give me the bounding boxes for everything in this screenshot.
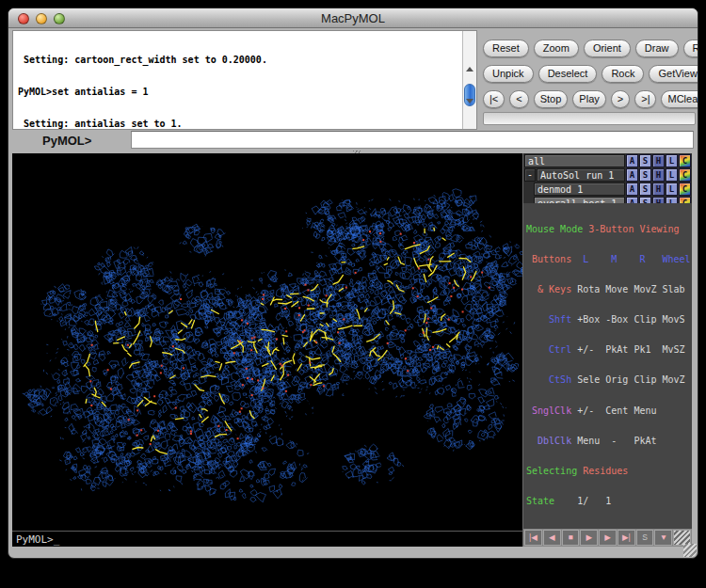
- object-row-denmod-1[interactable]: denmod_1 A S H L C: [524, 183, 691, 196]
- molecule-render[interactable]: [12, 153, 522, 530]
- console-scrollbar[interactable]: [462, 31, 476, 129]
- color-button[interactable]: C: [679, 183, 691, 196]
- hide-button[interactable]: H: [652, 168, 665, 182]
- show-button[interactable]: S: [639, 168, 651, 182]
- state-value: 1/ 1: [577, 496, 611, 506]
- action-button[interactable]: A: [626, 168, 638, 182]
- hide-button[interactable]: H: [652, 154, 665, 167]
- frame-back-button[interactable]: ◀: [543, 530, 561, 546]
- console-line: Setting: cartoon_rect_width set to 0.200…: [18, 55, 459, 65]
- fullscreen-toggle-button[interactable]: ▼: [654, 530, 672, 546]
- frame-forward-button[interactable]: ▶: [599, 530, 617, 546]
- collapse-group-icon[interactable]: -: [524, 168, 536, 182]
- movie-stop-button[interactable]: Stop: [534, 90, 569, 108]
- mouse-mode-label: Mouse Mode: [526, 224, 588, 234]
- object-row-autosol-group[interactable]: - AutoSol_run_1_ A S H L C: [524, 168, 691, 182]
- object-label[interactable]: all: [524, 154, 625, 167]
- show-button[interactable]: S: [639, 183, 651, 196]
- action-button[interactable]: A: [626, 154, 638, 167]
- movie-play-button[interactable]: Play: [572, 90, 605, 108]
- title-bar[interactable]: MacPyMOL: [8, 8, 698, 28]
- object-label[interactable]: AutoSol_run_1_: [537, 168, 625, 182]
- state-label: State: [526, 496, 577, 506]
- console-output[interactable]: Setting: cartoon_rect_width set to 0.200…: [12, 30, 477, 130]
- frame-play-button[interactable]: ▶: [580, 530, 598, 546]
- deselect-button[interactable]: Deselect: [538, 65, 598, 83]
- window-resize-grip[interactable]: [683, 544, 697, 557]
- selecting-mode-value[interactable]: Residues: [583, 466, 628, 476]
- feedback-progress-bar: [483, 112, 696, 125]
- object-panel: all A S H L C - AutoSol_run_1_ A S H L C…: [522, 153, 692, 547]
- viewport[interactable]: PyMOL>_: [12, 153, 522, 547]
- draw-button[interactable]: Draw: [635, 40, 679, 57]
- pymol-prompt-label: PyMOL>: [42, 134, 91, 148]
- reset-button[interactable]: Reset: [483, 40, 529, 57]
- mouse-mode-panel[interactable]: Mouse Mode 3-Button Viewing Buttons L M …: [523, 203, 692, 530]
- color-button[interactable]: C: [679, 154, 691, 167]
- show-button[interactable]: S: [639, 154, 651, 167]
- window-title: MacPyMOL: [8, 11, 698, 25]
- frame-last-button[interactable]: ▶|: [618, 530, 635, 546]
- movie-last-button[interactable]: >|: [634, 90, 656, 108]
- zoom-button[interactable]: Zoom: [534, 40, 579, 57]
- color-button[interactable]: C: [679, 168, 691, 182]
- movie-controls: |◀ ◀ ■ ▶ ▶ ▶| S ▼: [523, 529, 692, 547]
- getview-button[interactable]: GetView: [649, 65, 698, 83]
- frame-stop-button[interactable]: ■: [562, 530, 580, 546]
- rock-button[interactable]: Rock: [602, 65, 644, 83]
- object-label[interactable]: denmod_1: [534, 183, 625, 196]
- movie-back-button[interactable]: <: [509, 90, 528, 108]
- orient-button[interactable]: Orient: [584, 40, 631, 57]
- toolbar: Reset Zoom Orient Draw Ray Unpick Desele…: [479, 31, 698, 108]
- console-line: Setting: antialias set to 1.: [18, 119, 459, 129]
- scroll-up-icon[interactable]: [466, 67, 473, 72]
- unpick-button[interactable]: Unpick: [483, 65, 534, 83]
- scene-button[interactable]: S: [636, 530, 654, 546]
- label-button[interactable]: L: [666, 154, 678, 167]
- group-indent: [524, 183, 533, 196]
- movie-first-button[interactable]: |<: [483, 90, 505, 108]
- macpymol-window: MacPyMOL Setting: cartoon_rect_width set…: [8, 8, 698, 559]
- command-input[interactable]: [131, 131, 694, 149]
- scroll-down-icon[interactable]: [466, 99, 473, 103]
- label-button[interactable]: L: [666, 183, 678, 196]
- frame-first-button[interactable]: |◀: [524, 530, 542, 546]
- label-button[interactable]: L: [666, 168, 678, 182]
- ray-button[interactable]: Ray: [683, 40, 698, 57]
- action-button[interactable]: A: [626, 183, 638, 196]
- mclear-button[interactable]: MClear: [661, 90, 698, 108]
- hide-button[interactable]: H: [652, 183, 665, 196]
- console-line: PyMOL>set antialias = 1: [18, 87, 459, 97]
- movie-forward-button[interactable]: >: [611, 90, 630, 108]
- object-row-all[interactable]: all A S H L C: [524, 154, 691, 167]
- viewport-command-prompt[interactable]: PyMOL>_: [12, 531, 522, 547]
- selecting-mode-label: Selecting: [526, 466, 583, 476]
